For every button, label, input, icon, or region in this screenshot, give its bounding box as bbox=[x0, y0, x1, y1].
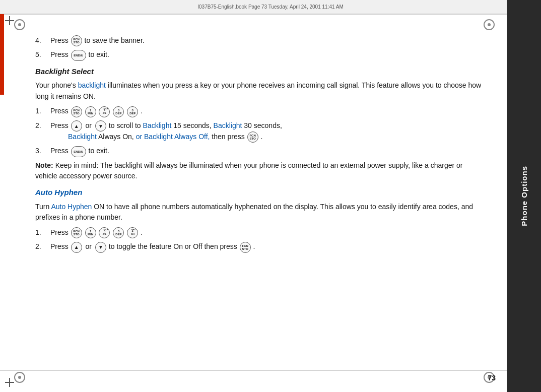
step-4-content: Press FCNSTO to save the banner. bbox=[50, 35, 486, 46]
chapter-tab-label: Phone Options bbox=[520, 166, 528, 226]
ah-s2-or: or bbox=[86, 242, 94, 250]
bl-s2-scroll: to scroll to bbox=[109, 121, 143, 129]
bl-s2-or: or bbox=[86, 121, 94, 129]
backlight-heading: Backlight Select bbox=[35, 66, 486, 78]
backlight-step-1-num: 1. bbox=[35, 106, 50, 116]
auto-hyphen-body: Turn Auto Hyphen ON to have all phone nu… bbox=[35, 202, 486, 223]
key-3def-ah: 3DEF bbox=[113, 227, 124, 238]
key-5lock-ah: 5LOCKJRL bbox=[99, 227, 110, 238]
step-4-press: Press bbox=[50, 36, 71, 44]
backlight-hl-4: Backlight bbox=[68, 133, 97, 141]
ah-step-1-content: Press FCNSTO 1MIN 5LOCKJRL 3DEF 4BATTGHI… bbox=[50, 227, 486, 238]
page-header: I037B75-English.book Page 73 Tuesday, Ap… bbox=[0, 0, 541, 14]
key-1min-ah: 1MIN bbox=[85, 227, 96, 238]
ah-s2-press: Press bbox=[50, 242, 71, 250]
circle-mark-top-right bbox=[484, 19, 495, 30]
circle-mark-bottom-left bbox=[14, 372, 25, 383]
circle-mark-top-left bbox=[14, 19, 25, 30]
page-number: 73 bbox=[488, 374, 496, 382]
bl-s2-period: . bbox=[261, 133, 263, 141]
bl-s2-thenpress: then press bbox=[212, 133, 246, 141]
key-3def-2: 3DEF bbox=[127, 106, 138, 117]
bl-s2-on: Always On, bbox=[98, 133, 136, 141]
main-content: 4. Press FCNSTO to save the banner. 5. P… bbox=[30, 30, 496, 367]
key-fcnsto-bl1: FCNSTO bbox=[71, 106, 82, 117]
red-corner-accent bbox=[0, 14, 4, 95]
key-down-arrow-ah: ▼ bbox=[95, 242, 106, 253]
key-1min: 1MIN bbox=[85, 106, 96, 117]
ah-s2-text: to toggle the feature On or Off then pre… bbox=[109, 242, 239, 250]
key-4batt: 4BATTGHI bbox=[127, 227, 138, 238]
backlight-step-2-content: Press ▲ or ▼ to scroll to Backlight 15 s… bbox=[50, 120, 486, 143]
step-5-num: 5. bbox=[35, 49, 50, 60]
key-endu-bl: END/U bbox=[71, 146, 86, 157]
ah-step-2: 2. Press ▲ or ▼ to toggle the feature On… bbox=[35, 241, 486, 252]
backlight-highlight-1: backlight bbox=[78, 81, 106, 89]
ah-s1-period: . bbox=[141, 228, 143, 236]
step-5-text: to exit. bbox=[89, 50, 109, 58]
bl-s3-text: to exit. bbox=[89, 147, 109, 155]
step-4: 4. Press FCNSTO to save the banner. bbox=[35, 35, 486, 46]
ah-s1-press: Press bbox=[50, 228, 71, 236]
ah-step-1-num: 1. bbox=[35, 227, 50, 238]
note-content: Keep in mind: The backlight will always … bbox=[35, 161, 463, 180]
step-5-content: Press END/U to exit. bbox=[50, 49, 486, 60]
bl-s2-press: Press bbox=[50, 121, 71, 129]
auto-hyphen-highlight: Auto Hyphen bbox=[51, 203, 92, 211]
step-5-press: Press bbox=[50, 50, 71, 58]
key-endu-1: END/U bbox=[71, 50, 86, 61]
ah-step-2-num: 2. bbox=[35, 241, 50, 252]
note-label: Note: bbox=[35, 161, 53, 169]
backlight-step-3-num: 3. bbox=[35, 146, 50, 156]
backlight-step-1: 1. Press FCNSTO 1MIN 5LOCKJRL 3DEF 3DEF … bbox=[35, 106, 486, 117]
step-4-num: 4. bbox=[35, 35, 50, 46]
step-5: 5. Press END/U to exit. bbox=[35, 49, 486, 60]
key-fcnsto-ah2: FCNSTO bbox=[240, 242, 251, 253]
key-5lock: 5LOCKJRL bbox=[99, 106, 110, 117]
key-up-arrow: ▲ bbox=[71, 120, 82, 132]
key-fcnsto-1: FCNSTO bbox=[71, 35, 82, 46]
key-fcnsto-bl2: FCNSTO bbox=[247, 132, 258, 143]
backlight-step-2: 2. Press ▲ or ▼ to scroll to Backlight 1… bbox=[35, 120, 486, 143]
bl-s1-press: Press bbox=[50, 107, 71, 115]
ah-s2-period: . bbox=[253, 242, 255, 250]
backlight-note: Note: Keep in mind: The backlight will a… bbox=[35, 160, 486, 182]
chapter-tab: Phone Options bbox=[507, 0, 541, 392]
backlight-step-3: 3. Press END/U to exit. bbox=[35, 146, 486, 157]
bl-s1-period: . bbox=[141, 107, 143, 115]
ah-step-2-content: Press ▲ or ▼ to toggle the feature On or… bbox=[50, 241, 486, 252]
backlight-step-3-content: Press END/U to exit. bbox=[50, 146, 486, 157]
backlight-hl-3: Backlight bbox=[214, 121, 242, 129]
key-up-arrow-ah: ▲ bbox=[71, 242, 82, 253]
crosshair-top-left bbox=[5, 16, 14, 25]
bl-s3-press: Press bbox=[50, 147, 71, 155]
header-divider bbox=[0, 14, 541, 15]
key-down-arrow: ▼ bbox=[95, 120, 106, 132]
backlight-step-2-num: 2. bbox=[35, 120, 50, 131]
crosshair-bottom-left bbox=[5, 378, 14, 387]
backlight-body: Your phone's backlight illuminates when … bbox=[35, 80, 486, 102]
auto-hyphen-heading: Auto Hyphen bbox=[35, 187, 486, 199]
ah-step-1: 1. Press FCNSTO 1MIN 5LOCKJRL 3DEF 4BATT… bbox=[35, 227, 486, 238]
backlight-hl-2: Backlight bbox=[143, 121, 172, 129]
key-fcnsto-ah1: FCNSTO bbox=[71, 227, 82, 238]
footer-divider bbox=[0, 370, 507, 371]
step-4-text: to save the banner. bbox=[85, 36, 145, 44]
header-text: I037B75-English.book Page 73 Tuesday, Ap… bbox=[197, 4, 343, 10]
backlight-hl-5: or Backlight Always Off, bbox=[136, 133, 210, 141]
key-3def-1: 3DEF bbox=[113, 106, 124, 117]
backlight-step-1-content: Press FCNSTO 1MIN 5LOCKJRL 3DEF 3DEF . bbox=[50, 106, 486, 117]
bl-s2-15: 15 seconds, bbox=[173, 121, 213, 129]
